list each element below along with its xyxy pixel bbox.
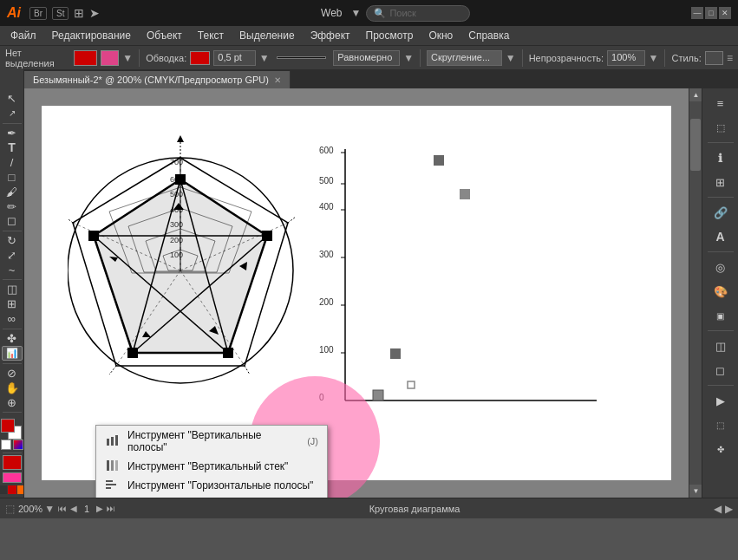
menu-edit[interactable]: Редактирование [45,28,138,43]
ctx-horizontal-bars[interactable]: Инструмент "Горизонтальные полосы" [96,476,327,495]
ctx-vertical-stack-label: Инструмент "Вертикальный стек" [127,460,288,472]
panel-links[interactable]: 🔗 [708,201,734,224]
swatch-orange[interactable] [17,485,25,494]
swatch-red[interactable] [8,485,16,494]
gradient-tool[interactable]: ◫ [2,283,23,296]
menu-effect[interactable]: Эффект [304,28,357,43]
panel-transform[interactable]: ⊞ [708,171,734,193]
corner-button[interactable]: Скругление... [427,50,502,66]
panel-symbols[interactable]: ✤ [708,438,734,460]
mesh-tool[interactable]: ⊞ [2,297,23,311]
minimize-button[interactable]: — [691,7,703,19]
vertical-scrollbar[interactable]: ▲ ▼ [689,88,702,498]
document-tab[interactable]: Безымянный-2* @ 200% (CMYK/Предпросмотр … [24,71,291,88]
opacity-value[interactable]: 100% [607,50,645,66]
menu-window[interactable]: Окно [421,28,460,43]
radar-chart: 700 600 500 400 300 200 100 [68,132,310,427]
stroke-dropdown[interactable]: ▼ [259,52,270,64]
panel-transparency[interactable]: ◻ [708,359,734,381]
secondary-color-box[interactable] [101,50,119,66]
panel-swatches[interactable]: 🎨 [708,280,734,303]
slice-tool[interactable]: ⊘ [2,366,23,380]
paintbrush-tool[interactable]: 🖌 [2,185,23,199]
stroke-value[interactable]: 0,5 pt [213,50,255,66]
shape-tool[interactable]: □ [2,170,23,184]
ctx-vertical-stack[interactable]: Инструмент "Вертикальный стек" [96,457,327,476]
direct-select-tool[interactable]: ↗ [2,107,23,120]
search-box[interactable]: 🔍 Поиск [366,5,470,22]
color-swatch-area[interactable] [1,419,23,435]
none-swatch[interactable] [1,440,11,450]
send-icon[interactable]: ➤ [89,6,100,20]
nav-prev-start[interactable]: ⏮ [58,504,67,513]
panel-stroke[interactable]: ▣ [708,304,734,327]
scroll-up-arrow[interactable]: ▲ [689,88,702,101]
grid-icon[interactable]: ⊞ [74,6,84,20]
chart-tool[interactable]: 📊 [2,346,23,360]
nav-next[interactable]: ▶ [96,504,103,513]
svg-rect-65 [111,460,114,471]
menu-object[interactable]: Объект [140,28,189,43]
options-more-icon[interactable]: ≡ [727,52,733,64]
warp-tool[interactable]: ~ [2,263,23,277]
rotate-tool[interactable]: ↻ [2,234,23,248]
maximize-button[interactable]: □ [705,7,717,19]
color-accent[interactable] [3,472,22,483]
close-button[interactable]: ✕ [719,7,731,19]
swatch-black[interactable] [0,485,7,494]
menu-text[interactable]: Текст [191,28,231,43]
gradient-swatch[interactable] [13,440,23,450]
line-tool[interactable]: / [2,155,23,169]
color-fg[interactable] [3,455,22,469]
panel-gradient[interactable]: ◫ [708,335,734,357]
corner-dropdown[interactable]: ▼ [506,52,516,64]
opacity-dropdown[interactable]: ▼ [649,52,659,64]
blend-tool[interactable]: ∞ [2,312,23,326]
menu-help[interactable]: Справка [461,28,516,43]
web-dropdown-icon[interactable]: ▼ [351,7,362,19]
ctx-vertical-bars[interactable]: Инструмент "Вертикальные полосы" (J) [96,426,327,457]
symbol-tool[interactable]: ✤ [2,331,23,345]
panel-info[interactable]: ℹ [708,147,734,169]
pen-tool[interactable]: ✒ [2,127,23,140]
eraser-tool[interactable]: ◻ [2,214,23,228]
pencil-tool[interactable]: ✏ [2,199,23,213]
menu-select[interactable]: Выделение [232,28,302,43]
scale-tool[interactable]: ⤢ [2,248,23,262]
panel-actions[interactable]: ⬚ [708,413,734,436]
svg-rect-56 [434,155,444,166]
tab-close-button[interactable]: ✕ [274,75,281,85]
stroke-color[interactable] [190,51,210,65]
hand-tool[interactable]: ✋ [2,381,23,394]
fill-swatch[interactable] [1,419,15,433]
panel-color[interactable]: ◎ [708,256,734,278]
ctx-horizontal-stack[interactable]: Инструмент "Горизонтальный стек" [96,495,327,498]
svg-line-36 [288,217,296,223]
scroll-track[interactable] [689,101,702,485]
panel-type[interactable]: A [708,225,734,248]
status-next-arrow[interactable]: ▶ [725,503,733,515]
fill-color-box[interactable] [74,50,97,66]
nav-next-end[interactable]: ⏭ [107,504,115,513]
menu-view[interactable]: Просмотр [359,28,421,43]
br-badge[interactable]: Br [29,7,47,20]
stroke-style-dropdown[interactable]: ▼ [403,52,414,64]
style-box[interactable] [705,51,723,65]
panel-artboards[interactable]: ⬚ [708,116,734,139]
st-badge[interactable]: St [52,7,69,20]
panel-layers[interactable]: ≡ [708,92,734,114]
dropdown-arrow[interactable]: ▼ [122,52,133,64]
stroke-style[interactable]: Равномерно [333,50,400,66]
menu-file[interactable]: Файл [3,28,43,43]
zoom-tool[interactable]: ⊕ [2,395,23,409]
scroll-down-arrow[interactable]: ▼ [689,485,702,498]
zoom-dropdown[interactable]: ▼ [44,503,55,515]
svg-text:200: 200 [319,297,334,307]
panel-play[interactable]: ▶ [708,389,734,412]
select-tool[interactable]: ↖ [2,92,23,106]
scroll-thumb[interactable] [690,119,701,171]
nav-prev[interactable]: ◀ [70,504,77,513]
zoom-control[interactable]: 200% ▼ [18,503,55,515]
status-prev-arrow[interactable]: ◀ [714,503,722,515]
type-tool[interactable]: T [2,140,23,154]
